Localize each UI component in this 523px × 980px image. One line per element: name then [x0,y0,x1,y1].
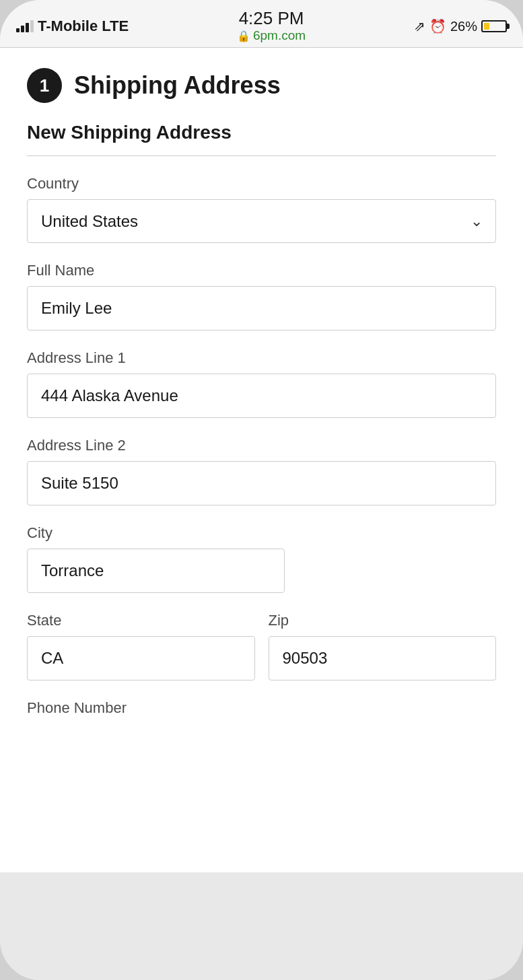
phone-group: Phone Number [27,699,496,717]
page-title: Shipping Address [74,71,281,100]
fullname-group: Full Name [27,262,496,330]
status-bar: T-Mobile LTE 4:25 PM 🔒 6pm.com ⇗ ⏰ 26% [0,0,523,47]
lock-icon: 🔒 [237,30,250,42]
section-title: New Shipping Address [27,122,496,143]
address1-input[interactable] [27,374,496,418]
zip-group: Zip [269,612,497,680]
bottom-area [0,872,523,980]
phone-shell: T-Mobile LTE 4:25 PM 🔒 6pm.com ⇗ ⏰ 26% 1 [0,0,523,980]
page-header: 1 Shipping Address [27,68,496,103]
city-input[interactable] [27,549,285,593]
state-input[interactable] [27,636,255,680]
country-select-wrapper: United States ⌄ [27,199,496,243]
country-label: Country [27,175,496,193]
state-group: State [27,612,255,680]
step-badge: 1 [27,68,62,103]
signal-icon [16,20,34,32]
battery-icon [481,20,507,32]
fullname-input[interactable] [27,286,496,330]
time-label: 4:25 PM [239,9,304,27]
country-select[interactable]: United States [27,199,496,243]
status-right: ⇗ ⏰ 26% [414,18,507,34]
address2-group: Address Line 2 [27,437,496,505]
fullname-label: Full Name [27,262,496,279]
address2-input[interactable] [27,461,496,505]
main-content: 1 Shipping Address New Shipping Address … [0,48,523,872]
url-label: 6pm.com [253,28,306,43]
phone-label: Phone Number [27,699,496,717]
country-group: Country United States ⌄ [27,175,496,243]
address1-group: Address Line 1 [27,349,496,418]
address1-label: Address Line 1 [27,349,496,367]
state-zip-row: State Zip [27,612,496,699]
alarm-icon: ⏰ [429,18,446,34]
zip-input[interactable] [269,636,497,680]
location-icon: ⇗ [414,18,425,34]
address2-label: Address Line 2 [27,437,496,454]
url-bar: 🔒 6pm.com [237,28,306,43]
section-divider [27,155,496,156]
network-label: LTE [102,18,129,35]
battery-percent: 26% [450,19,477,34]
status-left: T-Mobile LTE [16,18,129,35]
city-group: City [27,524,496,593]
status-center: 4:25 PM 🔒 6pm.com [237,9,306,43]
city-label: City [27,524,496,542]
carrier-label: T-Mobile [38,18,98,35]
zip-label: Zip [269,612,497,629]
state-label: State [27,612,255,629]
